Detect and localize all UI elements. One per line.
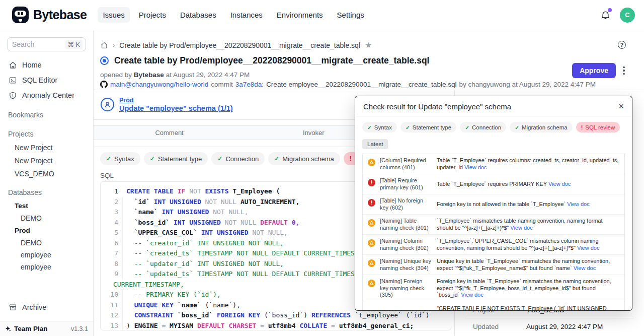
view-doc-link[interactable]: View doc (461, 292, 483, 298)
check-mark-icon: ✓ (217, 155, 222, 162)
issue-opened-info: opened by Bytebase at August 29, 2022 4:… (100, 71, 250, 79)
close-icon[interactable]: × (618, 102, 624, 111)
sql-line: 13) ENGINE = MYISAM DEFAULT CHARSET = ut… (101, 321, 451, 331)
check-badge-label: Migration schema (522, 124, 568, 130)
sidebar-item-sql-editor[interactable]: SQL Editor (0, 73, 93, 88)
check-badge-syntax[interactable]: ✓Syntax (100, 152, 140, 165)
line-number: 2 (101, 197, 123, 208)
sidebar-item-anomaly-center[interactable]: Anomaly Center (0, 88, 93, 103)
check-rule-description: Table `T_Employee` requires PRIMARY KEY … (437, 181, 619, 188)
home-breadcrumb-icon[interactable] (100, 41, 108, 49)
check-badge-statement-type[interactable]: ✓Statement type (400, 122, 456, 132)
sidebar-item-employee[interactable]: employee (0, 249, 93, 261)
check-rule-name: [Table] No foreign key (602) (380, 197, 432, 211)
check-rule-description: `T_Employee` mismatches table naming con… (437, 218, 619, 231)
nav-item-instances[interactable]: Instances (225, 7, 268, 23)
check-result-row: [Naming] Unique key naming check (304)Un… (363, 255, 624, 275)
view-doc-link[interactable]: View doc (510, 225, 532, 231)
view-doc-link[interactable]: View doc (567, 201, 589, 207)
stage-environment-link[interactable]: Prod (119, 97, 233, 104)
check-badge-connection[interactable]: ✓Connection (211, 152, 265, 165)
line-number (101, 280, 110, 290)
error-icon: ! (368, 199, 375, 207)
assignee-icon (101, 98, 114, 111)
warning-icon (368, 259, 375, 267)
check-badge-connection[interactable]: ✓Connection (460, 122, 506, 132)
github-icon (100, 81, 108, 88)
check-result-row: [Column] Required columns (401)Table `T_… (363, 154, 624, 174)
sidebar-item-new-project[interactable]: New Project (0, 141, 93, 154)
check-badge-statement-type[interactable]: ✓Statement type (144, 152, 208, 165)
plan-sparkle-icon (4, 325, 12, 332)
sql-section-label: SQL (100, 172, 114, 179)
latest-button[interactable]: Latest (362, 139, 388, 149)
commit-branch-link[interactable]: main@changyuwong/hello-world (110, 81, 208, 88)
no-icon (368, 307, 375, 311)
check-result-row: [Naming] Column naming check (302)`T_Emp… (363, 235, 624, 255)
sql-line-text: CREATE TABLE IF NOT EXISTS T_Employee ( (123, 186, 280, 197)
nav-item-environments[interactable]: Environments (272, 7, 328, 23)
check-rule-description: Foreign key in table `T_Employee` mismat… (437, 278, 619, 299)
search-input[interactable]: Search ⌘ K (7, 37, 86, 51)
view-doc-link[interactable]: View doc (577, 245, 599, 251)
sql-line-text: -- `updater_id` INT UNSIGNED NOT NULL, (122, 259, 284, 270)
view-doc-link[interactable]: View doc (464, 164, 487, 170)
check-rule-name: [Naming] Foreign key naming check (305) (380, 278, 432, 299)
check-badge-label: Connection (472, 124, 501, 130)
sql-line-text: `id` INT UNSIGNED NOT NULL AUTO_INCREMEN… (122, 197, 299, 208)
breadcrumb-title[interactable]: Create table by Prod/employee__202208290… (119, 41, 360, 49)
check-rule-name: [Table] Require primary key (601) (380, 177, 432, 191)
check-badge-syntax[interactable]: ✓Syntax (362, 122, 397, 132)
error-icon: ! (368, 179, 375, 186)
sidebar-item-employee[interactable]: employee (0, 261, 93, 273)
sidebar-item-archive[interactable]: Archive (0, 300, 93, 315)
check-badge-label: Migration schema (282, 155, 334, 163)
sidebar-item-new-project[interactable]: New Project (0, 154, 93, 167)
check-result-modal: Check result for Update "employee" schem… (355, 96, 632, 311)
check-rule-description: `T_Employee`.`UPPER_CASE_COL` mismatches… (437, 238, 619, 251)
check-badge-sql-review[interactable]: !SQL review (576, 122, 620, 132)
sql-line-text: ) ENGINE = MYISAM DEFAULT CHARSET = utf8… (122, 321, 414, 331)
nav-item-settings[interactable]: Settings (332, 7, 369, 23)
approve-button[interactable]: Approve (572, 63, 616, 78)
archive-icon (9, 303, 17, 312)
main-nav: IssuesProjectsDatabasesInstancesEnvironm… (98, 7, 369, 23)
modal-title: Check result for Update "employee" schem… (363, 102, 511, 111)
nav-item-issues[interactable]: Issues (98, 7, 129, 23)
user-avatar[interactable]: C (620, 8, 635, 23)
sidebar-item-home[interactable]: Home (0, 57, 93, 73)
stage-task-link[interactable]: Update "employee" schema (1/1) (119, 104, 233, 112)
sidebar-item-demo[interactable]: DEMO (0, 237, 93, 249)
sql-line-text: -- PRIMARY KEY (`id`), (122, 290, 221, 300)
check-badge-label: Statement type (158, 155, 202, 163)
nav-item-projects[interactable]: Projects (134, 7, 171, 23)
sql-line-text: CURRENT_TIMESTAMP, (110, 280, 184, 290)
sidebar-item-label: Anomaly Center (22, 91, 74, 99)
check-mark-icon: ✓ (515, 124, 519, 130)
sidebar-item-vcs-demo[interactable]: VCS_DEMO (0, 167, 93, 180)
commit-hash-link[interactable]: 3a7e8da: (235, 81, 264, 88)
bytebase-logo[interactable]: Bytebase (12, 7, 87, 23)
check-result-list: [Column] Required columns (401)Table `T_… (362, 154, 625, 311)
updated-row: Updated August 29, 2022 4:47 PM (473, 323, 639, 330)
nav-item-databases[interactable]: Databases (175, 7, 221, 23)
check-result-row: [Naming] Foreign key naming check (305)F… (363, 275, 624, 302)
sql-line-text: -- `creator_id` INT UNSIGNED NOT NULL, (122, 238, 284, 249)
check-result-row: ![Table] No foreign key (602)Foreign key… (363, 194, 624, 215)
view-doc-link[interactable]: View doc (548, 181, 571, 187)
breadcrumb-separator: › (113, 41, 115, 49)
sidebar-item-demo[interactable]: DEMO (0, 212, 93, 224)
check-badge-migration-schema[interactable]: ✓Migration schema (268, 152, 340, 165)
check-badge-migration-schema[interactable]: ✓Migration schema (510, 122, 573, 132)
breadcrumb: › Create table by Prod/employee__2022082… (100, 40, 372, 50)
warning-icon (368, 159, 375, 166)
notifications-button[interactable] (600, 10, 611, 20)
more-actions-button[interactable] (620, 65, 628, 76)
check-rule-name: [Naming] Unique key naming check (304) (380, 258, 432, 272)
view-doc-link[interactable]: View doc (574, 265, 596, 271)
help-icon[interactable]: ? (618, 41, 626, 49)
sql-line-text: -- `created_ts` TIMESTAMP NOT NULL DEFAU… (122, 248, 374, 259)
plan-bar[interactable]: Team Plan v1.3.1 (0, 321, 93, 336)
favorite-star-icon[interactable]: ★ (365, 40, 372, 50)
check-mark-icon: ✓ (150, 155, 155, 162)
